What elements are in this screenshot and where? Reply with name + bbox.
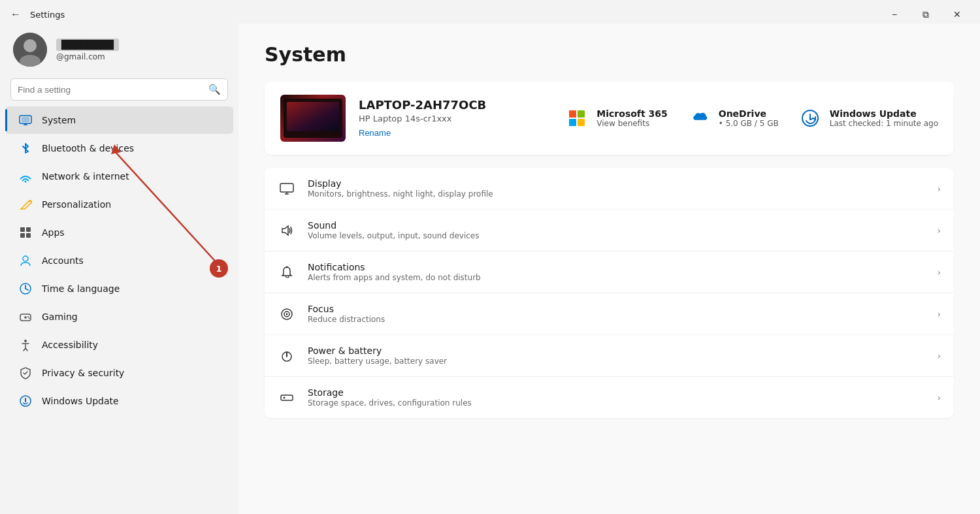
sidebar-item-accounts[interactable]: Accounts [5,247,233,274]
close-button[interactable]: ✕ [942,5,972,24]
onedrive-service[interactable]: OneDrive • 5.0 GB / 5 GB [687,106,779,130]
device-thumbnail [280,95,346,142]
display-icon [278,180,296,198]
sidebar-item-personalization[interactable]: Personalization [5,191,233,218]
svg-rect-9 [20,227,25,232]
setting-item-notifications[interactable]: Notifications Alerts from apps and syste… [265,251,954,293]
sound-icon [278,221,296,240]
setting-text-notifications: Notifications Alerts from apps and syste… [308,262,925,282]
sidebar-item-label-gaming: Gaming [42,312,78,322]
search-box[interactable]: 🔍 [10,78,228,101]
maximize-button[interactable]: ⧉ [911,5,941,24]
rename-button[interactable]: Rename [359,128,391,138]
accessibility-icon [18,338,33,352]
setting-name-focus: Focus [308,304,925,314]
user-email: @gmail.com [56,52,119,61]
avatar [13,33,47,67]
ms365-icon [565,106,589,130]
titlebar: ← Settings − ⧉ ✕ [0,0,980,24]
sidebar-item-label-time: Time & language [42,283,120,294]
svg-rect-37 [281,395,293,400]
sidebar-item-label-bluetooth: Bluetooth & devices [42,143,134,153]
setting-desc-focus: Reduce distractions [308,315,925,324]
setting-item-power[interactable]: Power & battery Sleep, battery usage, ba… [265,335,954,377]
svg-rect-27 [280,184,293,192]
time-icon [18,281,33,296]
chevron-icon-display: › [937,184,941,194]
titlebar-left: ← Settings [8,6,65,23]
chevron-icon-storage: › [937,393,941,403]
sidebar-item-privacy[interactable]: Privacy & security [5,359,233,387]
onedrive-info: OneDrive • 5.0 GB / 5 GB [719,108,779,128]
winupdate-detail: Last checked: 1 minute ago [830,119,938,128]
svg-point-21 [29,317,30,319]
svg-point-13 [23,256,28,261]
ms365-service[interactable]: Microsoft 365 View benefits [565,106,667,130]
device-model: HP Laptop 14s-cr1xxx [359,114,552,123]
svg-line-16 [25,289,28,290]
svg-point-31 [286,266,288,268]
setting-desc-storage: Storage space, drives, configuration rul… [308,398,925,408]
accounts-icon [18,253,33,268]
sidebar-item-apps[interactable]: Apps [5,219,233,246]
setting-name-sound: Sound [308,220,925,231]
search-input[interactable] [18,85,203,95]
setting-desc-notifications: Alerts from apps and system, do not dist… [308,273,925,282]
sidebar-nav: System Bluetooth & devices Network & int… [0,106,238,415]
setting-desc-sound: Volume levels, output, input, sound devi… [308,231,925,240]
sidebar-item-accessibility[interactable]: Accessibility [5,331,233,359]
svg-point-38 [284,396,286,398]
svg-marker-30 [282,226,288,235]
sidebar-item-bluetooth[interactable]: Bluetooth & devices [5,135,233,162]
sidebar-item-windowsupdate[interactable]: Windows Update [5,387,233,415]
setting-item-storage[interactable]: Storage Storage space, drives, configura… [265,377,954,418]
winupdate-name: Windows Update [830,108,938,119]
setting-text-sound: Sound Volume levels, output, input, soun… [308,220,925,240]
gaming-icon [18,310,33,324]
system-icon [18,113,33,127]
sidebar-item-label-windowsupdate: Windows Update [42,396,119,406]
network-icon [18,169,33,184]
sidebar-item-label-system: System [42,115,76,125]
device-services: Microsoft 365 View benefits OneDrive • 5… [565,106,938,130]
svg-point-34 [286,313,288,315]
setting-item-focus[interactable]: Focus Reduce distractions › [265,293,954,335]
app-title: Settings [30,10,65,20]
sidebar-item-time[interactable]: Time & language [5,275,233,302]
back-button[interactable]: ← [8,6,24,23]
main-content: System LAPTOP-2AH77OCB [238,24,980,514]
setting-text-power: Power & battery Sleep, battery usage, ba… [308,345,925,366]
winupdate-icon [798,106,822,130]
ms365-info: Microsoft 365 View benefits [596,108,667,128]
setting-text-storage: Storage Storage space, drives, configura… [308,387,925,408]
setting-name-display: Display [308,178,925,189]
sidebar-item-gaming[interactable]: Gaming [5,303,233,330]
sidebar-item-system[interactable]: System [5,106,233,134]
svg-rect-11 [20,233,25,238]
svg-point-7 [25,181,27,183]
setting-name-power: Power & battery [308,345,925,356]
bluetooth-icon [18,141,33,155]
sidebar-item-label-accounts: Accounts [42,255,84,266]
setting-item-display[interactable]: Display Monitors, brightness, night ligh… [265,168,954,210]
svg-point-20 [27,316,29,317]
sidebar-item-label-privacy: Privacy & security [42,368,124,378]
sidebar-item-label-personalization: Personalization [42,199,111,210]
sidebar-item-network[interactable]: Network & internet [5,163,233,190]
svg-rect-10 [26,227,31,232]
page-title: System [265,43,954,66]
svg-rect-12 [26,233,31,238]
sidebar-item-label-apps: Apps [42,227,65,238]
onedrive-icon [687,106,711,130]
onedrive-detail: • 5.0 GB / 5 GB [719,119,779,128]
winupdate-service[interactable]: Windows Update Last checked: 1 minute ag… [798,106,938,130]
svg-point-1 [24,39,37,52]
svg-rect-25 [287,102,339,131]
sidebar-item-label-network: Network & internet [42,171,129,182]
svg-point-22 [24,340,27,342]
setting-item-sound[interactable]: Sound Volume levels, output, input, soun… [265,210,954,251]
minimize-button[interactable]: − [879,5,909,24]
user-section[interactable]: ████████ @gmail.com [0,24,238,76]
chevron-icon-notifications: › [937,267,941,278]
window-controls: − ⧉ ✕ [879,5,972,24]
